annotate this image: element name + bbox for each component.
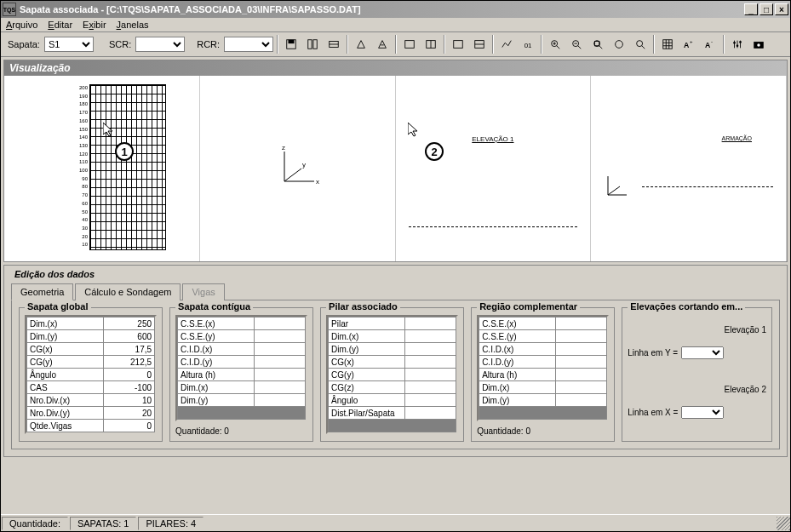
- callout-2: 2: [425, 142, 444, 161]
- zoom-in-icon[interactable]: [546, 35, 565, 54]
- svg-marker-53: [103, 123, 112, 136]
- font-decrease-icon[interactable]: A-: [701, 35, 719, 54]
- group-sapata-contigua: Sapata contígua C.S.E.(x) C.S.E.(y) C.I.…: [169, 307, 313, 442]
- edit-title: Edição dos dados: [11, 269, 98, 279]
- rcr-select[interactable]: [224, 37, 273, 52]
- svg-rect-10: [454, 41, 463, 49]
- group-title: Elevações cortando em...: [628, 301, 745, 312]
- svg-text:y: y: [302, 161, 306, 169]
- plan-grid: [89, 84, 166, 250]
- tool-b2-icon[interactable]: [324, 35, 343, 54]
- svg-text:x: x: [316, 178, 319, 186]
- tab-body: Sapata global Dim.(x)250 Dim.(y)600 CG(x…: [11, 300, 780, 449]
- line-x-select[interactable]: [681, 406, 724, 419]
- menubar: Arquivo Editar Exibir Janelas: [1, 18, 790, 32]
- toolbar: Sapata: S1 SCR: RCR: 01 A+ A-: [1, 32, 790, 57]
- close-button[interactable]: ×: [775, 3, 788, 15]
- svg-rect-27: [663, 40, 673, 49]
- svg-line-26: [642, 46, 645, 49]
- scr-select[interactable]: [135, 37, 185, 52]
- minimize-button[interactable]: _: [744, 3, 758, 15]
- font-increase-icon[interactable]: A+: [679, 35, 698, 54]
- group-title: Sapata global: [25, 301, 91, 312]
- svg-point-25: [637, 41, 643, 47]
- vis-pane-elevation[interactable]: ELEVAÇÃO 1: [396, 76, 592, 261]
- svg-point-41: [739, 41, 742, 43]
- svg-rect-1: [289, 40, 295, 43]
- elev1-label: Elevação 1: [628, 325, 766, 335]
- menu-exibir[interactable]: Exibir: [83, 20, 106, 30]
- grid-ticks: 200 190 180 170 160 150 140 130 120 110 …: [74, 84, 88, 249]
- elevation-line: [409, 226, 578, 227]
- tool-num-icon[interactable]: 01: [519, 35, 537, 54]
- svg-text:A: A: [705, 41, 711, 49]
- tab-vigas[interactable]: Vigas: [182, 283, 224, 300]
- camera-icon[interactable]: [749, 35, 768, 54]
- line-y-label: Linha em Y =: [628, 348, 678, 358]
- line-y-select[interactable]: [681, 346, 724, 359]
- group-pilar-associado: Pilar associado Pilar Dim.(x) Dim.(y) CG…: [320, 307, 464, 442]
- svg-text:-: -: [711, 38, 713, 44]
- svg-point-24: [616, 41, 623, 49]
- svg-line-15: [557, 46, 560, 49]
- grid-icon[interactable]: [658, 35, 677, 54]
- tool-rcr2-icon[interactable]: [470, 35, 489, 54]
- tool-scr1-icon[interactable]: [400, 35, 419, 54]
- tool-c1-icon[interactable]: [352, 35, 370, 54]
- zoom-prev-icon[interactable]: [631, 35, 650, 54]
- line-x-label: Linha em X =: [628, 408, 678, 417]
- rcr-label: RCR:: [197, 39, 220, 49]
- svg-rect-7: [405, 41, 415, 49]
- group-sapata-global: Sapata global Dim.(x)250 Dim.(y)600 CG(x…: [19, 307, 163, 442]
- table-sapata-contigua[interactable]: C.S.E.(x) C.S.E.(y) C.I.D.(x) C.I.D.(y) …: [177, 317, 306, 420]
- menu-arquivo[interactable]: Arquivo: [6, 20, 37, 30]
- maximize-button[interactable]: □: [759, 3, 773, 15]
- menu-janelas[interactable]: Janelas: [117, 20, 149, 30]
- qty-label: Quantidade: 0: [477, 426, 609, 436]
- settings-icon[interactable]: [728, 35, 747, 54]
- save-icon[interactable]: [282, 35, 301, 54]
- window-title: Sapata associada - [C:\TQS\SAPATA_ASSOCI…: [20, 4, 744, 14]
- group-title: Sapata contígua: [175, 301, 253, 312]
- svg-point-40: [737, 44, 739, 47]
- xyz-axes-icon: z x y: [272, 143, 323, 194]
- menu-editar[interactable]: Editar: [48, 20, 72, 30]
- svg-rect-23: [595, 42, 599, 46]
- svg-text:z: z: [282, 144, 285, 152]
- status-sapatas: SAPATAS: 1: [70, 517, 137, 530]
- zoom-fit-icon[interactable]: [610, 35, 628, 54]
- svg-line-46: [284, 169, 301, 181]
- app-icon: TQS: [3, 3, 16, 16]
- tool-rcr1-icon[interactable]: [449, 35, 467, 54]
- table-regiao[interactable]: C.S.E.(x) C.S.E.(y) C.I.D.(x) C.I.D.(y) …: [479, 317, 607, 420]
- status-pilares: PILARES: 4: [138, 517, 203, 530]
- table-pilar[interactable]: Pilar Dim.(x) Dim.(y) CG(x) CG(y) CG(z) …: [328, 317, 456, 432]
- armacao-line: [642, 186, 773, 187]
- svg-line-22: [599, 46, 603, 49]
- tool-c2-icon[interactable]: [373, 35, 392, 54]
- scr-label: SCR:: [109, 39, 131, 49]
- svg-point-39: [733, 42, 736, 44]
- vis-pane-axes[interactable]: z x y: [200, 76, 396, 261]
- tab-calculo[interactable]: Cálculo e Sondagem: [75, 283, 181, 300]
- tool-chart-icon[interactable]: [497, 35, 516, 54]
- sapata-label: Sapata:: [8, 39, 40, 49]
- status-quantidade: Quantidade:: [2, 517, 68, 530]
- zoom-out-icon[interactable]: [567, 35, 586, 54]
- svg-rect-3: [313, 40, 317, 49]
- tool-scr2-icon[interactable]: [421, 35, 440, 54]
- armacao-label: ARMAÇÃO: [722, 135, 752, 141]
- visualization-panel: Visualização 200 190 180 170 160 150 140…: [3, 60, 788, 262]
- group-elevacoes: Elevações cortando em... Elevação 1 Linh…: [622, 307, 772, 442]
- zoom-window-icon[interactable]: [588, 35, 607, 54]
- tabs: Geometria Cálculo e Sondagem Vigas: [11, 283, 780, 300]
- table-sapata-global[interactable]: Dim.(x)250 Dim.(y)600 CG(x)17,5 CG(y)212…: [26, 317, 155, 432]
- resize-grip-icon[interactable]: [777, 517, 790, 530]
- svg-line-19: [578, 46, 582, 49]
- edit-panel: Edição dos dados Geometria Cálculo e Son…: [3, 265, 788, 457]
- vis-pane-armacao[interactable]: ARMAÇÃO: [591, 76, 787, 261]
- tool-b1-icon[interactable]: [303, 35, 322, 54]
- vis-pane-plan[interactable]: 200 190 180 170 160 150 140 130 120 110 …: [4, 76, 200, 261]
- tab-geometria[interactable]: Geometria: [11, 283, 73, 300]
- sapata-select[interactable]: S1: [44, 37, 94, 52]
